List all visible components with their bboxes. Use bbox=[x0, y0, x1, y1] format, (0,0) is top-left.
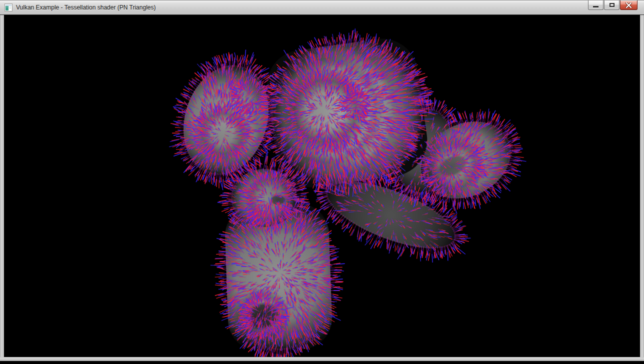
close-icon bbox=[626, 2, 632, 8]
resize-handle-right[interactable] bbox=[640, 15, 644, 361]
minimize-icon bbox=[593, 6, 598, 8]
titlebar[interactable]: Vulkan Example - Tessellation shader (PN… bbox=[0, 0, 644, 15]
resize-handle-left[interactable] bbox=[0, 15, 4, 361]
titlebar-left: Vulkan Example - Tessellation shader (PN… bbox=[0, 4, 644, 12]
resize-handle-bottom[interactable] bbox=[0, 357, 644, 361]
window-title: Vulkan Example - Tessellation shader (PN… bbox=[16, 4, 156, 11]
app-icon bbox=[4, 4, 12, 12]
caption-buttons bbox=[588, 0, 638, 10]
minimize-button[interactable] bbox=[588, 0, 604, 10]
vulkan-viewport-canvas[interactable] bbox=[4, 15, 640, 357]
app-window: Vulkan Example - Tessellation shader (PN… bbox=[0, 0, 644, 364]
close-button[interactable] bbox=[620, 0, 638, 10]
maximize-button[interactable] bbox=[604, 0, 620, 10]
maximize-icon bbox=[610, 3, 614, 7]
